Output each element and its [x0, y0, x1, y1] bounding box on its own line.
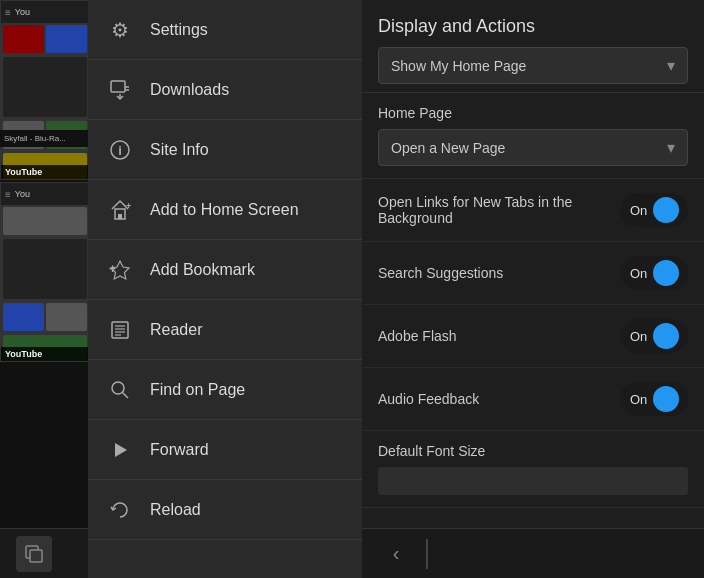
- menu-label-site-info: Site Info: [150, 141, 209, 159]
- tab-strip: ≡ You: [0, 0, 90, 578]
- setting-open-links-label: Open Links for New Tabs in the Backgroun…: [378, 194, 620, 226]
- display-actions-title: Display and Actions: [378, 16, 688, 37]
- menu-label-reload: Reload: [150, 501, 201, 519]
- toggle-search-text: On: [630, 266, 647, 281]
- bookmark-icon: +: [104, 254, 136, 286]
- svg-rect-11: [112, 322, 128, 338]
- thumb-block: [3, 239, 87, 299]
- toggle-adobe-flash[interactable]: On: [620, 319, 688, 353]
- toggle-flash-circle: [653, 323, 679, 349]
- thumb-block: [3, 207, 87, 235]
- toggle-open-links-text: On: [630, 203, 647, 218]
- tab-item-1[interactable]: ≡ You: [0, 0, 90, 180]
- svg-point-16: [112, 382, 124, 394]
- thumb-block: [3, 57, 87, 117]
- back-icon: ‹: [393, 542, 400, 565]
- toggle-audio-feedback[interactable]: On: [620, 382, 688, 416]
- font-size-slider[interactable]: [378, 467, 688, 495]
- downloads-icon: [104, 74, 136, 106]
- home-icon: +: [104, 194, 136, 226]
- home-page-section: Home Page Open a New Page ▾: [362, 93, 704, 179]
- tab-menu-icon-1: ≡: [5, 7, 11, 18]
- tab-title-2: You: [15, 189, 30, 199]
- browser-area: ≡ You: [0, 0, 362, 578]
- forward-icon: [104, 434, 136, 466]
- menu-label-add-bookmark: Add Bookmark: [150, 261, 255, 279]
- tab-menu-icon-2: ≡: [5, 189, 11, 200]
- svg-marker-18: [115, 443, 127, 457]
- tab-title-1: You: [15, 7, 30, 17]
- thumb-block: [3, 25, 44, 53]
- menu-item-forward[interactable]: Forward: [88, 420, 362, 480]
- svg-line-17: [123, 392, 129, 398]
- svg-rect-7: [118, 214, 122, 219]
- tab-switcher-icon[interactable]: [16, 536, 52, 572]
- menu-item-settings[interactable]: ⚙ Settings: [88, 0, 362, 60]
- menu-item-add-bookmark[interactable]: + Add Bookmark: [88, 240, 362, 300]
- toggle-open-links-circle: [653, 197, 679, 223]
- tab-header-2: ≡ You: [1, 183, 89, 205]
- skyfall-label: Skyfall - Blu-Ra...: [4, 134, 84, 143]
- setting-open-links: Open Links for New Tabs in the Backgroun…: [362, 179, 704, 242]
- toggle-audio-text: On: [630, 392, 647, 407]
- menu-label-reader: Reader: [150, 321, 202, 339]
- thumb-block: [46, 303, 87, 331]
- skyfall-area: Skyfall - Blu-Ra...: [0, 130, 88, 147]
- right-header: Display and Actions Show My Home Page ▾: [362, 0, 704, 93]
- tab-thumbnail-1: [1, 23, 89, 180]
- home-page-value: Open a New Page: [391, 140, 505, 156]
- show-home-value: Show My Home Page: [391, 58, 526, 74]
- menu-label-add-home: Add to Home Screen: [150, 201, 299, 219]
- menu-item-downloads[interactable]: Downloads: [88, 60, 362, 120]
- left-panel: ≡ You: [0, 0, 362, 578]
- toggle-audio-circle: [653, 386, 679, 412]
- home-page-dropdown[interactable]: Open a New Page ▾: [378, 129, 688, 166]
- home-page-arrow: ▾: [667, 138, 675, 157]
- svg-text:+: +: [109, 262, 116, 276]
- right-footer: ‹: [362, 528, 704, 578]
- right-content: Home Page Open a New Page ▾ Open Links f…: [362, 93, 704, 528]
- menu-label-settings: Settings: [150, 21, 208, 39]
- setting-search-suggestions: Search Suggestions On: [362, 242, 704, 305]
- tab-header-1: ≡ You: [1, 1, 89, 23]
- find-icon: [104, 374, 136, 406]
- menu-item-reader[interactable]: Reader: [88, 300, 362, 360]
- svg-text:+: +: [126, 201, 131, 211]
- default-font-section: Default Font Size: [362, 431, 704, 508]
- show-home-arrow: ▾: [667, 56, 675, 75]
- setting-audio-feedback-label: Audio Feedback: [378, 391, 620, 407]
- tab-youtube-label-1: YouTube: [1, 165, 89, 179]
- setting-adobe-flash-label: Adobe Flash: [378, 328, 620, 344]
- menu-item-add-home[interactable]: + Add to Home Screen: [88, 180, 362, 240]
- toggle-search-suggestions[interactable]: On: [620, 256, 688, 290]
- menu-label-downloads: Downloads: [150, 81, 229, 99]
- footer-divider: [426, 539, 428, 569]
- thumb-block: [3, 303, 44, 331]
- setting-audio-feedback: Audio Feedback On: [362, 368, 704, 431]
- default-font-label: Default Font Size: [378, 443, 688, 459]
- svg-text:i: i: [118, 143, 122, 158]
- show-home-dropdown[interactable]: Show My Home Page ▾: [378, 47, 688, 84]
- info-icon: i: [104, 134, 136, 166]
- right-panel: Display and Actions Show My Home Page ▾ …: [362, 0, 704, 578]
- tab-thumbnail-2: [1, 205, 89, 362]
- menu-item-site-info[interactable]: i Site Info: [88, 120, 362, 180]
- setting-adobe-flash: Adobe Flash On: [362, 305, 704, 368]
- menu-item-find-page[interactable]: Find on Page: [88, 360, 362, 420]
- toggle-search-circle: [653, 260, 679, 286]
- reload-icon: [104, 494, 136, 526]
- svg-rect-20: [30, 550, 42, 562]
- menu-item-reload[interactable]: Reload: [88, 480, 362, 540]
- menu-label-forward: Forward: [150, 441, 209, 459]
- overlay-menu: ⚙ Settings Downloads: [88, 0, 362, 578]
- home-page-label: Home Page: [378, 105, 688, 121]
- tab-item-2[interactable]: ≡ You: [0, 182, 90, 362]
- setting-search-suggestions-label: Search Suggestions: [378, 265, 620, 281]
- tab-youtube-label-2: YouTube: [1, 347, 89, 361]
- toggle-open-links[interactable]: On: [620, 193, 688, 227]
- toggle-flash-text: On: [630, 329, 647, 344]
- settings-icon: ⚙: [104, 14, 136, 46]
- reader-icon: [104, 314, 136, 346]
- back-button[interactable]: ‹: [378, 536, 414, 572]
- svg-rect-0: [111, 81, 125, 92]
